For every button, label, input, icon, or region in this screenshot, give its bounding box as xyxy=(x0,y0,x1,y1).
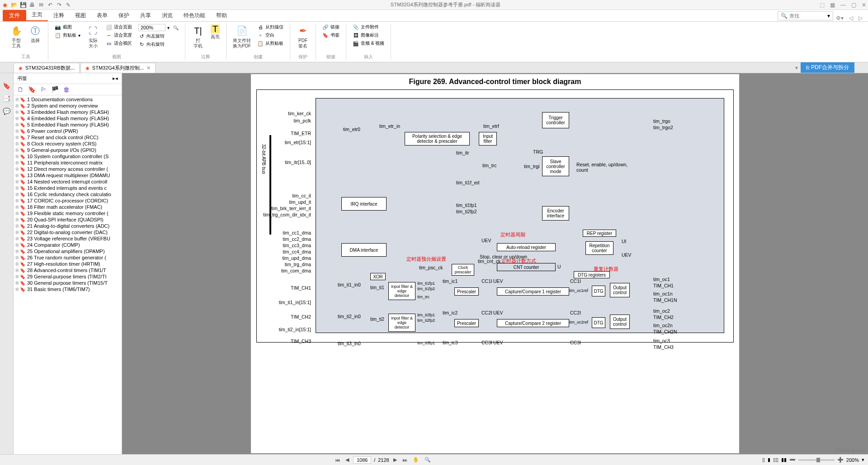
maximize-icon[interactable]: ▢ xyxy=(851,2,856,8)
link-button[interactable]: 🔗链接 xyxy=(321,23,341,31)
search-dropdown-icon[interactable]: ▾ xyxy=(827,13,830,19)
fit-width-button[interactable]: ↔适合宽度 xyxy=(104,32,134,39)
bookmark-item[interactable]: ⊞🔖5 Embedded Flash memory (FLASH) xyxy=(14,122,122,128)
zoom-in-icon[interactable]: ➕ xyxy=(837,457,844,463)
menu-browse[interactable]: 浏览 xyxy=(156,10,178,21)
bookmark-item[interactable]: ⊞🔖28 Advanced-control timers (TIM1/T xyxy=(14,267,122,273)
bookmark-item[interactable]: ⊞🔖19 Flexible static memory controller ( xyxy=(14,210,122,216)
bookmarks-list[interactable]: ⊞🔖1 Documentation conventions⊞🔖2 System … xyxy=(14,95,122,454)
to-pdf-button[interactable]: 📄将文件转 换为PDF xyxy=(231,23,253,50)
bookmark-item[interactable]: ⊞🔖11 Peripherals interconnect matrix xyxy=(14,160,122,166)
bookmark-panel-icon[interactable]: 🔖 xyxy=(3,82,10,89)
bookmark-item[interactable]: ⊞🔖16 Cyclic redundancy check calculatio xyxy=(14,191,122,197)
last-page-icon[interactable]: ⏭ xyxy=(401,457,409,463)
bookmark-item[interactable]: ⊞🔖25 Operational amplifiers (OPAMP) xyxy=(14,248,122,254)
bookmark-item[interactable]: ⊞🔖21 Analog-to-digital converters (ADC) xyxy=(14,223,122,229)
from-scan-button[interactable]: 🖨从扫描仪 xyxy=(255,23,285,31)
actual-size-button[interactable]: ⛶实际 大小 xyxy=(85,23,101,50)
snapshot-button[interactable]: 📷截图 xyxy=(53,23,82,31)
new-bookmark-icon[interactable]: 🗋 xyxy=(17,86,24,93)
select-button[interactable]: Ⓣ选择 xyxy=(27,23,43,44)
menu-comment[interactable]: 注释 xyxy=(48,10,70,21)
attach-button[interactable]: 📎文件附件 xyxy=(351,23,386,31)
av-button[interactable]: 🎬音频 & 视频 xyxy=(351,40,386,47)
zoom-select[interactable]: ▾🔍 xyxy=(137,23,180,32)
bookmark-item[interactable]: ⊞🔖10 System configuration controller (S xyxy=(14,153,122,160)
document-viewport[interactable]: Figure 269. Advanced-control timer block… xyxy=(122,73,868,454)
nav-back-icon[interactable]: ◁ xyxy=(846,15,856,21)
tab-2[interactable]: ◉STM32G4系列微控制...✕ xyxy=(80,63,156,73)
bookmark-item[interactable]: ⊞🔖1 Documentation conventions xyxy=(14,96,122,103)
print-icon[interactable]: 🖶 xyxy=(29,2,35,8)
view-cont-icon[interactable]: ▮ xyxy=(768,457,770,463)
grid-icon[interactable]: ▦ xyxy=(830,2,835,8)
bookmark-item[interactable]: ⊞🔖3 Embedded Flash memory (FLASH) xyxy=(14,109,122,115)
menu-help[interactable]: 帮助 xyxy=(211,10,232,21)
view-facing-icon[interactable]: ▯▯ xyxy=(773,457,778,463)
clipboard-button[interactable]: 📋剪贴板▾ xyxy=(53,32,82,39)
image-mark-button[interactable]: 🖼图像标注 xyxy=(351,32,386,39)
bookmark-item[interactable]: ⊞🔖6 Power control (PWR) xyxy=(14,128,122,134)
collapse-icon[interactable]: ▸◂ xyxy=(113,75,118,81)
bookmark-item[interactable]: ⊞🔖14 Nested vectored interrupt controll xyxy=(14,178,122,185)
close-icon[interactable]: ✕ xyxy=(862,2,866,8)
bookmark-item[interactable]: ⊞🔖27 High-resolution timer (HRTIM) xyxy=(14,261,122,267)
mail-icon[interactable]: ✉ xyxy=(38,2,44,8)
bookmark-item[interactable]: ⊞🔖9 General-purpose I/Os (GPIO) xyxy=(14,147,122,153)
first-page-icon[interactable]: ⏮ xyxy=(334,457,341,463)
bookmark-item[interactable]: ⊞🔖22 Digital-to-analog converter (DAC) xyxy=(14,229,122,235)
bm-nav1-icon[interactable]: 🏳 xyxy=(40,86,47,93)
blank-button[interactable]: ▫空白 xyxy=(255,32,285,39)
menu-file[interactable]: 文件 xyxy=(3,10,26,21)
from-clip-button[interactable]: 📋从剪贴板 xyxy=(255,40,285,47)
tab-dropdown-icon[interactable]: ▾ xyxy=(793,65,801,71)
zoom-slider[interactable] xyxy=(798,459,835,461)
gear-icon[interactable]: ⚙▾ xyxy=(833,15,846,21)
highlight-button[interactable]: T高亮 xyxy=(209,23,222,41)
brush-icon[interactable]: ✎ xyxy=(65,2,71,8)
bookmark-item[interactable]: ⊞🔖26 True random number generator ( xyxy=(14,254,122,261)
menu-share[interactable]: 共享 xyxy=(135,10,156,21)
bookmark-item[interactable]: ⊞🔖24 Comparator (COMP) xyxy=(14,242,122,248)
fit-visible-button[interactable]: ▭适合视区 xyxy=(104,40,134,47)
bookmark-item[interactable]: ⊞🔖13 DMA request multiplexer (DMAMU xyxy=(14,172,122,178)
save-icon[interactable]: 💾 xyxy=(20,2,26,8)
comment-panel-icon[interactable]: 💬 xyxy=(3,108,10,115)
nav-fwd-icon[interactable]: ▷ xyxy=(856,15,865,21)
tab-1[interactable]: ◉STM32G431RB数据... xyxy=(14,63,80,73)
undo-icon[interactable]: ↶ xyxy=(47,2,53,8)
skin-icon[interactable]: ⬚ xyxy=(820,2,825,8)
rotate-right-button[interactable]: ↻向右旋转 xyxy=(137,41,180,48)
redo-icon[interactable]: ↷ xyxy=(56,2,62,8)
bookmark-item[interactable]: ⊞🔖15 Extended interrupts and events c xyxy=(14,185,122,191)
bookmark-item[interactable]: ⊞🔖30 General purpose timers (TIM15/T xyxy=(14,280,122,286)
expand-icon[interactable]: 🔖 xyxy=(28,86,36,93)
bookmark-button[interactable]: 🔖书签 xyxy=(321,32,341,39)
page-panel-icon[interactable]: 📑 xyxy=(3,95,10,102)
fit-page-button[interactable]: ⬜适合页面 xyxy=(104,23,134,31)
bm-del-icon[interactable]: 🗑 xyxy=(63,86,70,93)
view-cont-facing-icon[interactable]: ▮▮ xyxy=(781,457,787,463)
view-single-icon[interactable]: ▯ xyxy=(762,457,765,463)
bookmark-item[interactable]: ⊞🔖23 Voltage reference buffer (VREFBU xyxy=(14,235,122,242)
sign-button[interactable]: ✒PDF 签名 xyxy=(295,23,311,50)
bookmark-item[interactable]: ⊞🔖31 Basic timers (TIM6/TIM7) xyxy=(14,286,122,292)
search-input[interactable] xyxy=(789,13,826,19)
search-box[interactable]: 🔍 ▾ xyxy=(778,11,833,20)
bookmark-item[interactable]: ⊞🔖20 Quad-SPI interface (QUADSPI) xyxy=(14,216,122,223)
close-tab-icon[interactable]: ✕ xyxy=(146,65,151,71)
bookmark-item[interactable]: ⊞🔖12 Direct memory access controller ( xyxy=(14,166,122,172)
minimize-icon[interactable]: — xyxy=(840,2,846,8)
bookmark-item[interactable]: ⊞🔖29 General-purpose timers (TIM2/TI xyxy=(14,273,122,280)
menu-feature[interactable]: 特色功能 xyxy=(178,10,211,21)
menu-view[interactable]: 视图 xyxy=(70,10,91,21)
merge-split-button[interactable]: ⎘PDF合并与拆分 xyxy=(801,62,854,73)
bookmark-item[interactable]: ⊞🔖7 Reset and clock control (RCC) xyxy=(14,134,122,141)
menu-home[interactable]: 主页 xyxy=(26,9,48,21)
page-input[interactable] xyxy=(353,456,371,464)
hand-drag-icon[interactable]: ✋ xyxy=(411,457,420,463)
bookmark-item[interactable]: ⊞🔖2 System and memory overview xyxy=(14,103,122,109)
typewriter-button[interactable]: T|打 字机 xyxy=(190,23,206,50)
menu-form[interactable]: 表单 xyxy=(91,10,113,21)
bm-nav2-icon[interactable]: 🏴 xyxy=(51,86,59,93)
